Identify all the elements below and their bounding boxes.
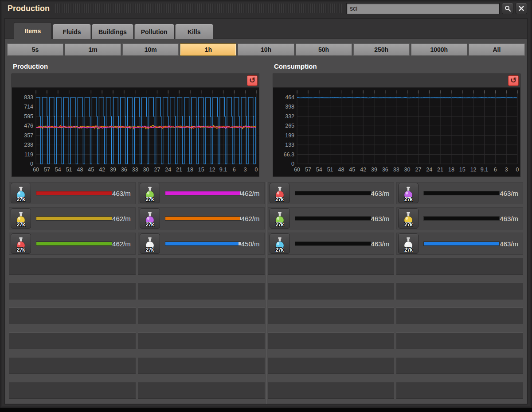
consumption-item-production-science-pack[interactable]: 27k463/m [396,182,523,204]
search-input[interactable] [346,3,500,14]
empty-item-slot [396,307,523,324]
empty-item-slot [396,382,523,399]
time-button-5s[interactable]: 5s [7,43,63,56]
empty-item-slot [268,357,395,374]
empty-item-slot [268,382,395,399]
item-amount-label: 27k [17,222,25,228]
search-button[interactable] [502,3,513,14]
production-item-logistic-science-pack[interactable]: 27k462/m [138,182,265,204]
consumption-item-automation-science-pack[interactable]: 27k463/m [268,182,395,204]
consumption-item-chemical-science-pack[interactable]: 27k463/m [268,233,395,255]
drag-grip[interactable] [55,4,342,13]
rate-bar-track [36,191,112,195]
item-amount-label: 27k [275,222,284,228]
production-chart: ↺ 83371459547635723811906057545148454239… [12,74,259,176]
production-section: Production ↺ 833714595476357238119060575… [12,62,259,176]
consumption-legend-bar: ↺ [273,74,520,88]
svg-text:199: 199 [285,132,294,139]
tab-fluids[interactable]: Fluids [53,24,91,39]
rate-value: 462/m [241,190,260,197]
rate-bar-fill [424,217,499,220]
tab-pollution[interactable]: Pollution [134,24,174,39]
svg-text:238: 238 [24,142,33,148]
svg-text:0: 0 [516,167,519,173]
chemical-science-pack-icon: 27k [11,183,31,203]
production-reset-button[interactable]: ↺ [247,75,258,86]
close-icon [518,5,524,12]
item-amount-label: 27k [145,222,154,228]
time-button-1h[interactable]: 1h [180,43,236,56]
utility-science-pack-icon: 27k [398,208,419,229]
production-item-automation-science-pack[interactable]: 27k462/m [9,233,136,255]
empty-item-slot [138,307,265,324]
rate-bar-track [295,242,371,245]
svg-text:54: 54 [316,167,322,173]
time-button-1m[interactable]: 1m [65,43,121,56]
rate-bar-fill [295,242,371,245]
svg-text:6: 6 [233,167,236,173]
empty-item-slot [138,283,265,299]
consumption-section: Consumption ↺ 46439833226519913366.30605… [273,62,520,176]
consumption-item-space-science-pack[interactable]: 27k463/m [396,233,523,255]
empty-item-slot [268,307,395,324]
tab-kills[interactable]: Kills [175,24,213,39]
svg-text:0: 0 [30,161,33,167]
production-legend-bar: ↺ [12,74,259,88]
svg-text:30: 30 [404,167,411,173]
series-space-science-pack [297,97,517,98]
svg-text:36: 36 [121,167,127,173]
reset-icon: ↺ [249,77,255,84]
empty-item-slot [9,258,136,275]
empty-item-slot [268,258,395,275]
time-button-10m[interactable]: 10m [122,43,179,56]
charts-area: Production ↺ 833714595476357238119060575… [12,62,520,176]
empty-item-slot [268,332,395,349]
svg-text:0: 0 [255,167,258,173]
utility-science-pack-icon: 27k [11,208,31,229]
production-item-production-science-pack[interactable]: 27k462/m [138,207,265,229]
tab-buildings[interactable]: Buildings [92,24,133,39]
svg-text:60: 60 [294,167,300,173]
rate-bar-track [424,242,499,245]
consumption-reset-button[interactable]: ↺ [508,75,519,86]
rate-bar-fill [165,242,239,245]
production-item-utility-science-pack[interactable]: 27k462/m [9,207,136,229]
svg-text:51: 51 [327,167,333,173]
close-button[interactable] [516,3,527,14]
time-button-1000h[interactable]: 1000h [411,43,467,56]
svg-text:18: 18 [448,167,454,173]
item-amount-label: 27k [275,247,284,253]
svg-text:33: 33 [393,167,399,173]
svg-text:45: 45 [349,167,355,173]
tab-items[interactable]: Items [14,22,52,39]
svg-text:66.3: 66.3 [284,152,294,158]
svg-text:357: 357 [24,132,33,139]
item-amount-label: 27k [404,222,413,228]
time-button-50h[interactable]: 50h [296,43,352,56]
item-amount-label: 27k [145,247,154,253]
svg-text:27: 27 [415,167,421,173]
production-item-space-science-pack[interactable]: 27k450/m [138,233,265,255]
time-button-250h[interactable]: 250h [353,43,410,56]
rate-bar-fill [295,191,371,195]
rate-bar-fill [36,242,112,245]
rate-value: 462/m [241,215,260,222]
svg-text:48: 48 [338,167,344,173]
time-button-all[interactable]: All [469,43,525,56]
empty-item-slot [138,258,265,275]
rate-bar-fill [295,217,371,220]
empty-item-slot [9,283,136,299]
item-amount-label: 27k [17,247,25,253]
rate-bar-track [424,191,499,195]
consumption-item-logistic-science-pack[interactable]: 27k463/m [268,207,395,229]
time-button-10h[interactable]: 10h [238,43,294,56]
production-science-pack-icon: 27k [398,183,419,203]
consumption-item-utility-science-pack[interactable]: 27k463/m [396,207,523,229]
svg-text:60: 60 [33,167,39,173]
consumption-plot: 46439833226519913366.3060575451484542393… [273,88,520,176]
rate-value: 462/m [112,240,131,248]
empty-item-slot [9,332,136,349]
svg-text:833: 833 [24,94,33,101]
svg-text:0: 0 [291,161,294,167]
production-item-chemical-science-pack[interactable]: 27k463/m [9,182,136,204]
